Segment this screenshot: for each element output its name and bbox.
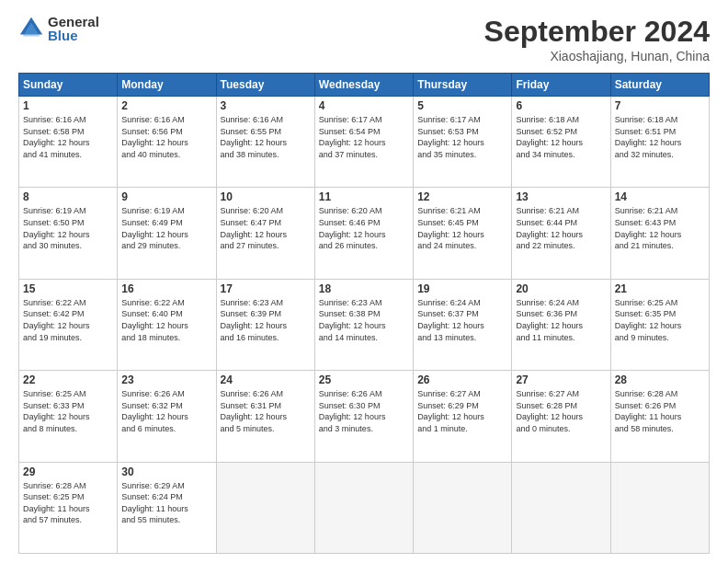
day-number: 15 [23,282,113,295]
calendar-cell: 6Sunrise: 6:18 AM Sunset: 6:52 PM Daylig… [512,97,610,188]
week-row-2: 8Sunrise: 6:19 AM Sunset: 6:50 PM Daylig… [19,188,710,279]
logo-blue-text: Blue [48,29,99,42]
day-number: 23 [121,373,211,386]
day-number: 11 [319,190,409,203]
calendar-cell: 1Sunrise: 6:16 AM Sunset: 6:58 PM Daylig… [19,97,118,188]
calendar-cell: 5Sunrise: 6:17 AM Sunset: 6:53 PM Daylig… [414,97,512,188]
calendar-cell: 22Sunrise: 6:25 AM Sunset: 6:33 PM Dayli… [19,371,118,462]
calendar-cell: 15Sunrise: 6:22 AM Sunset: 6:42 PM Dayli… [19,279,118,370]
calendar-cell: 8Sunrise: 6:19 AM Sunset: 6:50 PM Daylig… [19,188,118,279]
calendar-cell: 7Sunrise: 6:18 AM Sunset: 6:51 PM Daylig… [610,97,709,188]
weekday-monday: Monday [118,74,216,97]
day-number: 2 [121,99,211,112]
day-info: Sunrise: 6:22 AM Sunset: 6:42 PM Dayligh… [23,297,113,343]
calendar-cell: 19Sunrise: 6:24 AM Sunset: 6:37 PM Dayli… [414,279,512,370]
day-info: Sunrise: 6:27 AM Sunset: 6:28 PM Dayligh… [516,388,606,434]
weekday-saturday: Saturday [610,74,709,97]
calendar-cell: 23Sunrise: 6:26 AM Sunset: 6:32 PM Dayli… [118,371,216,462]
header: General Blue September 2024 Xiaoshajiang… [18,15,710,63]
day-info: Sunrise: 6:16 AM Sunset: 6:56 PM Dayligh… [121,114,211,160]
calendar-cell [314,462,413,553]
day-number: 27 [516,373,606,386]
day-number: 22 [23,373,113,386]
calendar-cell: 3Sunrise: 6:16 AM Sunset: 6:55 PM Daylig… [216,97,314,188]
day-number: 4 [319,99,409,112]
logo: General Blue [18,15,99,42]
day-info: Sunrise: 6:17 AM Sunset: 6:53 PM Dayligh… [417,114,507,160]
day-info: Sunrise: 6:18 AM Sunset: 6:51 PM Dayligh… [615,114,705,160]
day-info: Sunrise: 6:28 AM Sunset: 6:26 PM Dayligh… [615,388,705,434]
week-row-5: 29Sunrise: 6:28 AM Sunset: 6:25 PM Dayli… [19,462,710,553]
day-info: Sunrise: 6:20 AM Sunset: 6:47 PM Dayligh… [221,205,311,251]
calendar-cell: 18Sunrise: 6:23 AM Sunset: 6:38 PM Dayli… [314,279,413,370]
day-info: Sunrise: 6:21 AM Sunset: 6:43 PM Dayligh… [615,205,705,251]
day-number: 20 [516,282,606,295]
day-number: 10 [221,190,311,203]
calendar-cell: 17Sunrise: 6:23 AM Sunset: 6:39 PM Dayli… [216,279,314,370]
day-info: Sunrise: 6:22 AM Sunset: 6:40 PM Dayligh… [121,297,211,343]
day-number: 24 [221,373,311,386]
week-row-3: 15Sunrise: 6:22 AM Sunset: 6:42 PM Dayli… [19,279,710,370]
day-number: 18 [319,282,409,295]
day-info: Sunrise: 6:23 AM Sunset: 6:39 PM Dayligh… [221,297,311,343]
calendar-cell: 30Sunrise: 6:29 AM Sunset: 6:24 PM Dayli… [118,462,216,553]
weekday-wednesday: Wednesday [314,74,413,97]
day-number: 26 [417,373,507,386]
day-info: Sunrise: 6:23 AM Sunset: 6:38 PM Dayligh… [319,297,409,343]
logo-icon [18,16,44,41]
day-number: 29 [23,465,113,478]
day-info: Sunrise: 6:19 AM Sunset: 6:49 PM Dayligh… [121,205,211,251]
calendar-body: 1Sunrise: 6:16 AM Sunset: 6:58 PM Daylig… [19,97,710,554]
calendar-cell [610,462,709,553]
day-info: Sunrise: 6:25 AM Sunset: 6:35 PM Dayligh… [615,297,705,343]
day-number: 25 [319,373,409,386]
weekday-header-row: SundayMondayTuesdayWednesdayThursdayFrid… [19,74,710,97]
day-info: Sunrise: 6:26 AM Sunset: 6:31 PM Dayligh… [221,388,311,434]
day-number: 16 [121,282,211,295]
day-number: 21 [615,282,705,295]
day-number: 17 [221,282,311,295]
page: General Blue September 2024 Xiaoshajiang… [0,0,728,563]
calendar-cell: 24Sunrise: 6:26 AM Sunset: 6:31 PM Dayli… [216,371,314,462]
logo-general-text: General [48,15,99,29]
day-info: Sunrise: 6:29 AM Sunset: 6:24 PM Dayligh… [121,480,211,526]
calendar-cell: 21Sunrise: 6:25 AM Sunset: 6:35 PM Dayli… [610,279,709,370]
calendar-cell: 13Sunrise: 6:21 AM Sunset: 6:44 PM Dayli… [512,188,610,279]
calendar-cell [512,462,610,553]
day-info: Sunrise: 6:27 AM Sunset: 6:29 PM Dayligh… [417,388,507,434]
calendar-cell [216,462,314,553]
calendar-cell: 10Sunrise: 6:20 AM Sunset: 6:47 PM Dayli… [216,188,314,279]
day-number: 19 [417,282,507,295]
day-info: Sunrise: 6:24 AM Sunset: 6:37 PM Dayligh… [417,297,507,343]
day-number: 28 [615,373,705,386]
calendar-subtitle: Xiaoshajiang, Hunan, China [484,49,710,63]
weekday-sunday: Sunday [19,74,118,97]
weekday-friday: Friday [512,74,610,97]
day-info: Sunrise: 6:16 AM Sunset: 6:58 PM Dayligh… [23,114,113,160]
calendar-header: SundayMondayTuesdayWednesdayThursdayFrid… [19,74,710,97]
day-number: 8 [23,190,113,203]
day-info: Sunrise: 6:26 AM Sunset: 6:32 PM Dayligh… [121,388,211,434]
day-number: 6 [516,99,606,112]
calendar-cell: 20Sunrise: 6:24 AM Sunset: 6:36 PM Dayli… [512,279,610,370]
day-info: Sunrise: 6:24 AM Sunset: 6:36 PM Dayligh… [516,297,606,343]
calendar-cell: 12Sunrise: 6:21 AM Sunset: 6:45 PM Dayli… [414,188,512,279]
calendar-cell: 28Sunrise: 6:28 AM Sunset: 6:26 PM Dayli… [610,371,709,462]
day-info: Sunrise: 6:18 AM Sunset: 6:52 PM Dayligh… [516,114,606,160]
day-info: Sunrise: 6:26 AM Sunset: 6:30 PM Dayligh… [319,388,409,434]
day-info: Sunrise: 6:21 AM Sunset: 6:44 PM Dayligh… [516,205,606,251]
weekday-thursday: Thursday [414,74,512,97]
calendar-cell: 29Sunrise: 6:28 AM Sunset: 6:25 PM Dayli… [19,462,118,553]
calendar-cell [414,462,512,553]
day-number: 13 [516,190,606,203]
day-number: 14 [615,190,705,203]
calendar-cell: 14Sunrise: 6:21 AM Sunset: 6:43 PM Dayli… [610,188,709,279]
logo-text: General Blue [48,15,99,42]
day-number: 1 [23,99,113,112]
weekday-tuesday: Tuesday [216,74,314,97]
day-info: Sunrise: 6:20 AM Sunset: 6:46 PM Dayligh… [319,205,409,251]
calendar-cell: 9Sunrise: 6:19 AM Sunset: 6:49 PM Daylig… [118,188,216,279]
day-info: Sunrise: 6:17 AM Sunset: 6:54 PM Dayligh… [319,114,409,160]
day-number: 3 [221,99,311,112]
calendar-cell: 4Sunrise: 6:17 AM Sunset: 6:54 PM Daylig… [314,97,413,188]
